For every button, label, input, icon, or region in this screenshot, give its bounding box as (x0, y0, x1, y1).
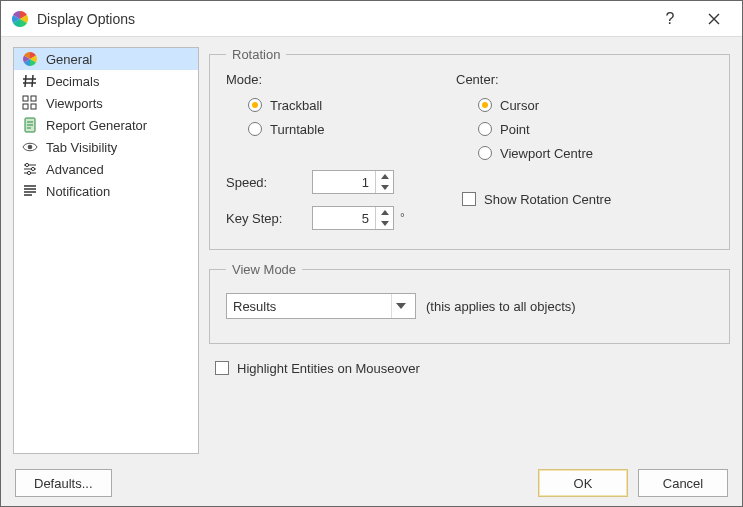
keystep-spinner[interactable] (312, 206, 394, 230)
app-color-wheel-icon (11, 10, 29, 28)
svg-rect-2 (23, 96, 28, 101)
radio-icon (478, 122, 492, 136)
keystep-input[interactable] (313, 207, 375, 229)
sliders-icon (22, 161, 38, 177)
radio-label: Turntable (270, 122, 324, 137)
sidebar-item-label: General (46, 52, 92, 67)
keystep-unit: ° (400, 211, 405, 225)
sidebar-item-viewports[interactable]: Viewports (14, 92, 198, 114)
center-point-radio[interactable]: Point (456, 117, 696, 141)
highlight-entities-checkbox[interactable] (215, 361, 229, 375)
radio-icon (478, 146, 492, 160)
radio-label: Trackball (270, 98, 322, 113)
sidebar-item-label: Advanced (46, 162, 104, 177)
rotation-legend: Rotation (226, 47, 286, 62)
sidebar-item-label: Viewports (46, 96, 103, 111)
sidebar-item-label: Report Generator (46, 118, 147, 133)
mode-label: Mode: (226, 72, 446, 87)
spin-up-icon[interactable] (376, 171, 393, 182)
spin-down-icon[interactable] (376, 182, 393, 193)
hash-icon (22, 73, 38, 89)
window-title: Display Options (37, 11, 648, 27)
speed-label: Speed: (226, 175, 312, 190)
help-button[interactable]: ? (648, 5, 692, 33)
cancel-button[interactable]: Cancel (638, 469, 728, 497)
ok-button[interactable]: OK (538, 469, 628, 497)
radio-icon (248, 122, 262, 136)
show-rotation-centre-checkbox[interactable] (462, 192, 476, 206)
view-mode-combo[interactable]: Results (226, 293, 416, 319)
dialog-footer: Defaults... OK Cancel (1, 460, 742, 506)
dialog-body: General Decimals Viewports Report Genera… (1, 37, 742, 460)
sidebar-item-report-generator[interactable]: Report Generator (14, 114, 198, 136)
sidebar-item-label: Tab Visibility (46, 140, 117, 155)
cancel-button-label: Cancel (663, 476, 703, 491)
sidebar-item-label: Decimals (46, 74, 99, 89)
sidebar-item-general[interactable]: General (14, 48, 198, 70)
color-wheel-icon (22, 51, 38, 67)
show-rotation-centre-label: Show Rotation Centre (484, 192, 611, 207)
view-mode-selected: Results (233, 299, 276, 314)
sidebar-item-advanced[interactable]: Advanced (14, 158, 198, 180)
dialog-window: Display Options ? General (0, 0, 743, 507)
mode-turntable-radio[interactable]: Turntable (226, 117, 446, 141)
mode-trackball-radio[interactable]: Trackball (226, 93, 446, 117)
center-label: Center: (456, 72, 696, 87)
center-cursor-radio[interactable]: Cursor (456, 93, 696, 117)
defaults-button[interactable]: Defaults... (15, 469, 112, 497)
svg-rect-5 (31, 104, 36, 109)
close-button[interactable] (692, 5, 736, 33)
svg-rect-4 (23, 104, 28, 109)
view-mode-group: View Mode Results (this applies to all o… (209, 262, 730, 344)
lines-icon (22, 183, 38, 199)
highlight-entities-label: Highlight Entities on Mouseover (237, 361, 420, 376)
sidebar-item-label: Notification (46, 184, 110, 199)
sidebar-item-tab-visibility[interactable]: Tab Visibility (14, 136, 198, 158)
svg-rect-3 (31, 96, 36, 101)
chevron-down-icon (391, 294, 409, 318)
titlebar: Display Options ? (1, 1, 742, 37)
defaults-button-label: Defaults... (34, 476, 93, 491)
rotation-group: Rotation Mode: Trackball Turntable (209, 47, 730, 250)
main-panel: Rotation Mode: Trackball Turntable (209, 47, 730, 454)
center-viewport-radio[interactable]: Viewport Centre (456, 141, 696, 165)
radio-icon (248, 98, 262, 112)
svg-point-9 (31, 167, 34, 170)
radio-icon (478, 98, 492, 112)
svg-point-10 (27, 171, 30, 174)
category-sidebar: General Decimals Viewports Report Genera… (13, 47, 199, 454)
view-mode-note: (this applies to all objects) (426, 299, 576, 314)
rotation-center-column: Center: Cursor Point Viewport Centre (456, 72, 696, 211)
svg-point-8 (25, 163, 28, 166)
eye-icon (22, 139, 38, 155)
svg-point-7 (28, 145, 33, 150)
rotation-mode-column: Mode: Trackball Turntable Speed: (226, 72, 446, 233)
radio-label: Cursor (500, 98, 539, 113)
sidebar-item-decimals[interactable]: Decimals (14, 70, 198, 92)
keystep-label: Key Step: (226, 211, 312, 226)
spin-up-icon[interactable] (376, 207, 393, 218)
speed-input[interactable] (313, 171, 375, 193)
sidebar-item-notification[interactable]: Notification (14, 180, 198, 202)
radio-label: Point (500, 122, 530, 137)
view-mode-legend: View Mode (226, 262, 302, 277)
grid-icon (22, 95, 38, 111)
radio-label: Viewport Centre (500, 146, 593, 161)
ok-button-label: OK (574, 476, 593, 491)
report-icon (22, 117, 38, 133)
speed-spinner[interactable] (312, 170, 394, 194)
spin-down-icon[interactable] (376, 218, 393, 229)
